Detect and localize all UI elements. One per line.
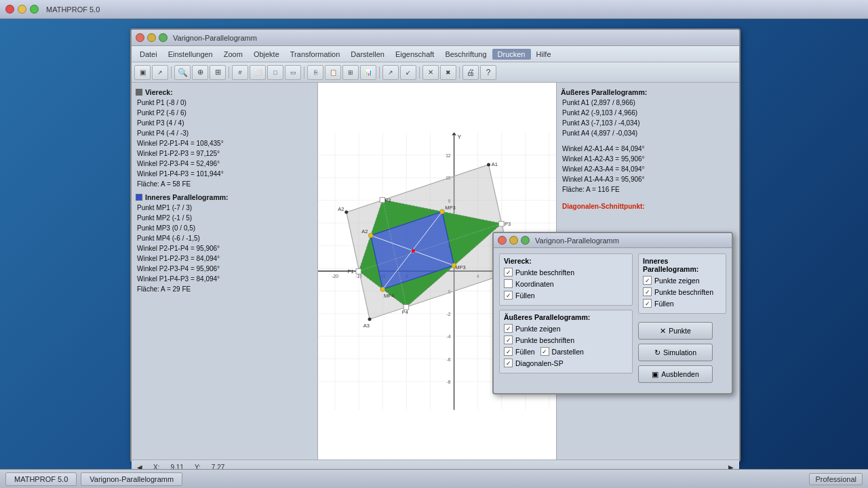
os-close-btn[interactable] <box>5 5 14 14</box>
menu-eigenschaft[interactable]: Eigenschaft <box>390 49 439 60</box>
checkbox-inneres-fuellen[interactable]: ✓ <box>643 299 652 308</box>
tb-clear-btn[interactable]: ✖ <box>440 65 456 80</box>
dialog-inneres-check-1[interactable]: ✓ Punkte beschriften <box>643 287 722 296</box>
inneres-label-2: Füllen <box>654 300 674 308</box>
checkbox-punkte-beschriften[interactable]: ✓ <box>504 268 513 277</box>
menu-zoom[interactable]: Zoom <box>218 49 248 60</box>
svg-point-71 <box>380 287 385 291</box>
dialog-aeusseres-check-2[interactable]: ✓ Füllen <box>504 347 535 356</box>
checkbox-punkte-beschriften-2[interactable]: ✓ <box>504 336 513 344</box>
dialog-aeusseres-group: Äußeres Parallelogramm: ✓ Punkte zeigen … <box>499 310 633 373</box>
dialog-viereck-check-2[interactable]: ✓ Füllen <box>504 291 628 300</box>
dialog-aeusseres-check-3[interactable]: ✓ Darstellen <box>540 347 584 356</box>
svg-text:P2: P2 <box>385 197 391 203</box>
tb-rect-btn[interactable]: ▭ <box>285 65 301 80</box>
aeusseres-label-0: Punkte zeigen <box>515 325 561 333</box>
tb-grid-btn[interactable]: # <box>232 65 248 80</box>
dialog-close-btn[interactable] <box>498 236 507 245</box>
dialog-max-btn[interactable] <box>521 236 530 245</box>
checkbox-darstellen[interactable]: ✓ <box>540 347 549 356</box>
tb-zoom-in-btn[interactable]: ⊕ <box>192 65 208 80</box>
viereck-angle-4: Winkel P1-P4-P3 = 101,944° <box>136 169 313 179</box>
tb-delete-btn[interactable]: ✕ <box>422 65 439 80</box>
viereck-p1: Punkt P1 (-8 / 0) <box>136 98 313 108</box>
app-maximize-btn[interactable] <box>159 33 167 42</box>
inneres-mp3: Punkt MP3 (0 / 0,5) <box>136 223 313 233</box>
menu-hilfe[interactable]: Hilfe <box>531 49 557 60</box>
viereck-angle-1: Winkel P2-P1-P4 = 108,435° <box>136 138 313 148</box>
aeusseres-section: Äußeres Parallelogramm: Punkt A1 (2,897 … <box>561 88 735 211</box>
punkte-icon: ✕ <box>660 327 666 335</box>
taskbar-window-title: Varignon-Parallelogramm <box>81 472 182 486</box>
svg-text:-6: -6 <box>447 357 451 362</box>
dialog-min-btn[interactable] <box>509 236 518 245</box>
tb-copy-btn[interactable]: ⎘ <box>307 65 323 80</box>
tb-fit-btn[interactable]: ⬜ <box>250 65 266 80</box>
dialog-inneres-check-2[interactable]: ✓ Füllen <box>643 299 722 308</box>
tb-select-btn[interactable]: ▣ <box>134 65 151 80</box>
checkbox-inneres-punkte-zeigen[interactable]: ✓ <box>643 276 652 285</box>
dialog-viereck-check-1[interactable]: Koordinaten <box>504 279 628 288</box>
dialog-aeusseres-check-0[interactable]: ✓ Punkte zeigen <box>504 324 628 333</box>
dialog-viereck-group: Viereck: ✓ Punkte beschriften Koordinate… <box>499 253 633 306</box>
svg-rect-60 <box>380 197 385 203</box>
svg-text:Y: Y <box>458 134 462 140</box>
checkbox-koordinaten[interactable] <box>504 279 513 288</box>
tb-sep-2 <box>229 66 229 79</box>
tb-chart-btn[interactable]: 📊 <box>360 65 376 80</box>
app-titlebar: Varignon-Parallelogramm <box>132 30 739 46</box>
menu-darstellen[interactable]: Darstellen <box>345 49 390 60</box>
checkbox-fuellen-2[interactable]: ✓ <box>504 347 513 356</box>
viereck-angle-2: Winkel P1-P2-P3 = 97,125° <box>136 148 313 159</box>
aeusseres-label-2: Füllen <box>515 348 535 356</box>
os-titlebar: MATHPROF 5.0 <box>0 0 868 19</box>
menu-drucken[interactable]: Drucken <box>492 49 531 60</box>
menu-beschriftung[interactable]: Beschriftung <box>439 49 492 60</box>
menu-objekte[interactable]: Objekte <box>248 49 285 60</box>
tb-zoom-reset-btn[interactable]: ⊞ <box>210 65 226 80</box>
tb-export-btn[interactable]: ↗ <box>382 65 399 80</box>
inneres-section: Inneres Parallelogramm: Punkt MP1 (-7 / … <box>136 193 313 294</box>
dialog-aeusseres-check-1[interactable]: ✓ Punkte beschriften <box>504 336 628 344</box>
varignon-dialog: Varignon-Parallelogramm Viereck: ✓ Punkt… <box>492 232 733 394</box>
tb-zoom-out-btn[interactable]: 🔍 <box>174 65 191 80</box>
dialog-viereck-check-0[interactable]: ✓ Punkte beschriften <box>504 268 628 277</box>
inneres-header: Inneres Parallelogramm: <box>136 193 313 201</box>
dialog-inneres-title: Inneres Parallelogramm: <box>643 257 722 273</box>
menu-transformation[interactable]: Transformation <box>285 49 346 60</box>
inneres-color-box <box>136 194 142 201</box>
dialog-punkte-btn[interactable]: ✕ Punkte <box>638 322 713 340</box>
dialog-ausblenden-btn[interactable]: ▣ Ausblenden <box>638 365 713 383</box>
checkbox-diagonalen[interactable]: ✓ <box>504 359 513 367</box>
svg-text:P1: P1 <box>347 268 353 274</box>
tb-cursor-btn[interactable]: ↗ <box>152 65 168 80</box>
tb-paste-btn[interactable]: 📋 <box>325 65 341 80</box>
tb-square-btn[interactable]: □ <box>267 65 283 80</box>
tb-import-btn[interactable]: ↙ <box>400 65 416 80</box>
app-window: Varignon-Parallelogramm Datei Einstellun… <box>130 28 741 462</box>
os-minimize-btn[interactable] <box>18 5 26 14</box>
tb-print-btn[interactable]: 🖨 <box>462 65 479 80</box>
taskbar-app-name: MATHPROF 5.0 <box>5 472 77 486</box>
tb-help-btn[interactable]: ? <box>480 65 496 80</box>
ausblenden-icon: ▣ <box>652 370 658 378</box>
menu-datei[interactable]: Datei <box>134 49 163 60</box>
viereck-p2: Punkt P2 (-6 / 6) <box>136 108 313 118</box>
svg-text:MP3: MP3 <box>445 205 455 211</box>
checkbox-punkte-zeigen[interactable]: ✓ <box>504 324 513 333</box>
dialog-aeusseres-title: Äußeres Parallelogramm: <box>504 313 628 321</box>
inneres-label-1: Punkte beschriften <box>654 288 713 296</box>
inneres-label-0: Punkte zeigen <box>654 277 700 285</box>
tb-table-btn[interactable]: ⊞ <box>342 65 359 80</box>
dialog-inneres-check-0[interactable]: ✓ Punkte zeigen <box>643 276 722 285</box>
checkbox-inneres-punkte-beschriften[interactable]: ✓ <box>643 287 652 296</box>
os-maximize-btn[interactable] <box>30 5 39 14</box>
aeusseres-a3: Punkt A3 (-7,103 / -4,034) <box>561 118 735 128</box>
menu-einstellungen[interactable]: Einstellungen <box>163 49 218 60</box>
inneres-angle-2: Winkel P1-P2-P3 = 84,094° <box>136 253 313 264</box>
checkbox-fuellen[interactable]: ✓ <box>504 291 513 300</box>
dialog-diagonalen-check[interactable]: ✓ Diagonalen-SP <box>504 359 628 367</box>
app-close-btn[interactable] <box>136 33 144 42</box>
dialog-simulation-btn[interactable]: ↻ Simulation <box>638 344 713 361</box>
app-minimize-btn[interactable] <box>147 33 156 42</box>
